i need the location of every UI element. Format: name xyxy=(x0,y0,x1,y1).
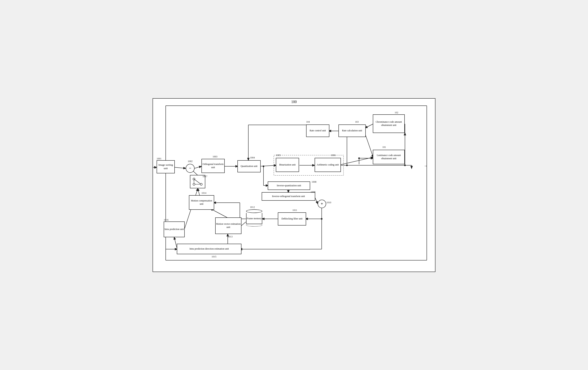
ref-1004: 1004 xyxy=(250,156,255,159)
svg-line-9 xyxy=(338,157,373,165)
svg-line-33 xyxy=(210,209,228,218)
svg-line-2 xyxy=(195,166,201,168)
inverse-orthogonal-unit: Inverse-orthogonal transform unit xyxy=(262,192,315,201)
quantization-unit: Quantization unit xyxy=(237,160,261,172)
input-arrow: → xyxy=(153,166,157,170)
ref-1003: 1003 xyxy=(213,155,217,158)
ref-1003-rc: 103 xyxy=(355,120,359,124)
orthogonal-transform-unit: Orthogonal transform unit xyxy=(201,159,225,173)
ref-1004-rc: 104 xyxy=(306,120,310,124)
svg-point-46 xyxy=(404,165,406,166)
binarization-unit: Binarization unit xyxy=(276,158,299,172)
frame-memory: Frame memory xyxy=(246,209,262,227)
ref-1012: 1012 xyxy=(250,206,255,209)
ref-1010: 1010 xyxy=(326,201,331,204)
svg-line-4 xyxy=(259,165,276,166)
motion-vector-unit: Motion vector estimation unit xyxy=(215,217,242,234)
ref-1005: 1005 xyxy=(276,154,281,157)
ref-1014: 1014 xyxy=(201,191,206,195)
rate-control-unit: Rate control unit xyxy=(306,125,329,137)
ref-1001: 1001 xyxy=(157,157,161,160)
intra-pred-dir-unit: Intra prediction direction estimation un… xyxy=(177,244,242,254)
image-sorting-unit: Image sorting unit xyxy=(157,160,175,173)
ref-1009: 1009 xyxy=(311,190,315,194)
svg-point-55 xyxy=(200,183,202,185)
svg-point-54 xyxy=(193,183,195,185)
subtractor-1002: − xyxy=(186,164,195,173)
ref-102: 102 xyxy=(395,111,398,114)
diagram-container: 100 xyxy=(153,98,435,272)
ref-1011: 1011 xyxy=(292,209,297,212)
intra-prediction-unit: Intra prediction unit xyxy=(164,222,185,237)
svg-point-19 xyxy=(358,158,360,159)
chrominance-unit: Chrominance code amount obtainment unit xyxy=(373,114,405,133)
ref-1015: 1015 xyxy=(211,255,216,258)
svg-line-59 xyxy=(194,179,200,184)
rate-calculation-unit: Rate calculation unit xyxy=(338,125,366,137)
inverse-quantization-unit: Inverse-quantization unit xyxy=(268,181,310,190)
deblocking-filter-unit: Deblocking filter unit xyxy=(278,212,306,225)
ref-1013: 1013 xyxy=(228,235,232,238)
motion-compensation-unit: Motion compensation unit xyxy=(189,195,214,210)
ref-1002: 1002 xyxy=(188,160,193,163)
ref-101: 101 xyxy=(382,146,386,149)
ref-1006: 1006 xyxy=(331,154,336,157)
svg-line-52 xyxy=(365,134,373,157)
svg-line-18 xyxy=(365,124,373,128)
ref-1008: 1008 xyxy=(312,180,316,183)
ref-1016: 1016 xyxy=(164,218,168,222)
svg-point-40 xyxy=(321,218,323,220)
arithmetic-coding-unit: Arithmetic coding unit xyxy=(315,158,341,172)
luminance-unit: Luminance code amount obtainment unit xyxy=(373,150,405,164)
adder-1010: + xyxy=(318,200,326,208)
diagram-title: 100 xyxy=(291,100,297,104)
ref-1017: 1017 xyxy=(202,175,207,178)
svg-point-12 xyxy=(346,165,348,166)
svg-point-5 xyxy=(263,166,264,167)
svg-line-1 xyxy=(175,167,186,168)
output-arrow: → xyxy=(424,164,427,168)
